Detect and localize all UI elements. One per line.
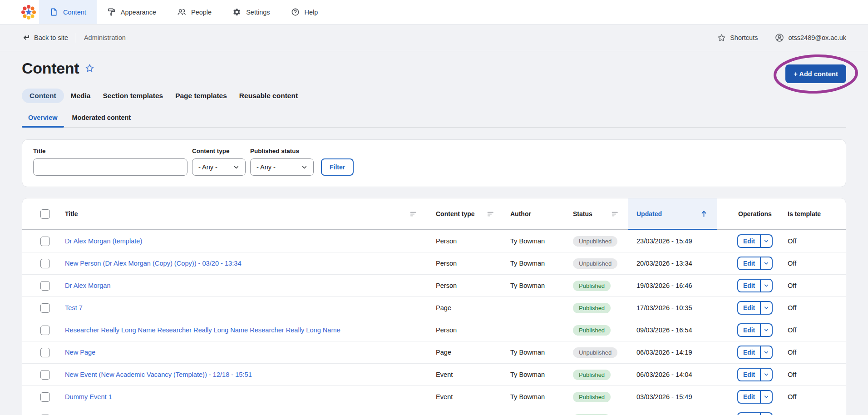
updated-cell: 20/03/2026 - 13:34 [628,260,717,267]
row-checkbox[interactable] [40,237,50,246]
back-arrow-icon [22,34,30,42]
title-filter-input[interactable] [33,158,187,176]
chevron-down-icon [764,305,769,311]
edit-button-label[interactable]: Edit [738,413,760,415]
content-title-link[interactable]: New Page [65,349,95,356]
shortcuts-button[interactable]: Shortcuts [717,34,758,42]
column-header-updated[interactable]: Updated [628,198,717,230]
document-icon [49,8,58,16]
toolbar-item-settings[interactable]: Settings [222,0,280,24]
toolbar-item-appearance[interactable]: Appearance [97,0,167,24]
edit-split-button[interactable]: Edit [737,368,773,381]
content-type-select[interactable]: - Any - [192,158,246,176]
chevron-down-icon [764,394,769,400]
column-header-operations: Operations [717,198,781,230]
row-checkbox[interactable] [40,303,50,313]
row-checkbox[interactable] [40,370,50,380]
primary-tabs: Content Media Section templates Page tem… [22,89,846,103]
edit-button-label[interactable]: Edit [738,302,760,314]
filter-button[interactable]: Filter [321,158,354,176]
edit-button-label[interactable]: Edit [738,280,760,291]
content-type-cell: Person [427,260,504,267]
toolbar-item-content[interactable]: Content [39,0,97,24]
operations-dropdown-toggle[interactable] [761,257,772,269]
edit-button-label[interactable]: Edit [738,257,760,269]
back-to-site-link[interactable]: Back to site [22,34,68,42]
operations-dropdown-toggle[interactable] [761,280,772,291]
is-template-cell: Off [781,326,846,334]
operations-dropdown-toggle[interactable] [761,302,772,314]
select-all-checkbox[interactable] [40,209,50,219]
operations-dropdown-toggle[interactable] [761,346,772,358]
edit-button-label[interactable]: Edit [738,324,760,336]
edit-split-button[interactable]: Edit [737,346,773,359]
edit-button-label[interactable]: Edit [738,391,760,403]
secondary-tabs: Overview Moderated content [22,114,846,128]
row-checkbox[interactable] [40,259,50,268]
table-row: Test 7 Page Published 17/03/2026 - 10:35… [22,297,846,319]
row-checkbox[interactable] [40,281,50,291]
content-title-link[interactable]: New Event (New Academic Vacancy (Templat… [65,371,252,378]
content-title-link[interactable]: Dr Alex Morgan [65,282,111,289]
tab-reusable-content[interactable]: Reusable content [239,92,298,100]
edit-split-button[interactable]: Edit [737,412,773,415]
site-logo[interactable] [18,0,39,24]
edit-split-button[interactable]: Edit [737,323,773,337]
content-title-link[interactable]: Dummy Event 1 [65,393,112,400]
table-header-row: Title Content type Author Status Updated… [22,198,846,230]
content-title-link[interactable]: Researcher Really Long Name Researcher R… [65,326,340,334]
sort-icon[interactable] [410,211,417,217]
is-template-cell: Off [781,260,846,267]
edit-button-label[interactable]: Edit [738,235,760,247]
back-to-site-label: Back to site [34,34,68,41]
column-header-content-type[interactable]: Content type [427,198,504,230]
operations-dropdown-toggle[interactable] [761,413,772,415]
edit-button-label[interactable]: Edit [738,346,760,358]
toolbar-item-help[interactable]: Help [281,0,329,24]
toolbar-item-people[interactable]: People [167,0,222,24]
breadcrumb-administration[interactable]: Administration [84,34,126,41]
add-content-button[interactable]: + Add content [785,64,846,83]
edit-button-label[interactable]: Edit [738,369,760,380]
operations-dropdown-toggle[interactable] [761,235,772,247]
tab-content[interactable]: Content [22,89,64,103]
sort-icon[interactable] [612,211,618,217]
row-checkbox[interactable] [40,326,50,335]
edit-split-button[interactable]: Edit [737,301,773,315]
page-header: Content + Add content [22,58,846,83]
user-menu[interactable]: otss2489@ox.ac.uk [775,33,846,42]
column-header-title[interactable]: Title [60,198,427,230]
edit-split-button[interactable]: Edit [737,234,773,248]
updated-cell: 23/03/2026 - 15:49 [628,237,717,245]
status-badge: Published [573,281,611,291]
status-badge: Published [573,325,611,336]
tab-page-templates[interactable]: Page templates [175,92,227,100]
content-title-link[interactable]: New Person (Dr Alex Morgan (Copy) (Copy)… [65,260,242,267]
tab-moderated-content[interactable]: Moderated content [66,114,138,127]
tab-media[interactable]: Media [71,92,91,100]
content-title-link[interactable]: Test 7 [65,304,83,311]
table-row: Researcher Really Long Name Researcher R… [22,319,846,341]
author-cell: Ty Bowman [504,371,563,378]
tab-overview[interactable]: Overview [22,114,64,127]
content-title-link[interactable]: Dr Alex Morgan (template) [65,237,142,245]
updated-cell: 03/03/2026 - 15:49 [628,393,717,400]
row-checkbox[interactable] [40,348,50,357]
tab-section-templates[interactable]: Section templates [103,92,163,100]
content-type-cell: Event [427,371,504,378]
content-type-cell: Person [427,282,504,289]
edit-split-button[interactable]: Edit [737,279,773,292]
toolbar-item-label: Appearance [121,9,156,16]
sort-icon[interactable] [487,211,494,217]
chevron-down-icon [764,327,769,333]
row-checkbox[interactable] [40,392,50,402]
operations-dropdown-toggle[interactable] [761,324,772,336]
edit-split-button[interactable]: Edit [737,257,773,270]
author-cell: Ty Bowman [504,282,563,289]
bookmark-star-icon[interactable] [85,64,94,73]
column-header-status[interactable]: Status [563,198,628,230]
operations-dropdown-toggle[interactable] [761,391,772,403]
edit-split-button[interactable]: Edit [737,390,773,404]
published-status-select[interactable]: - Any - [250,158,314,176]
operations-dropdown-toggle[interactable] [761,369,772,380]
